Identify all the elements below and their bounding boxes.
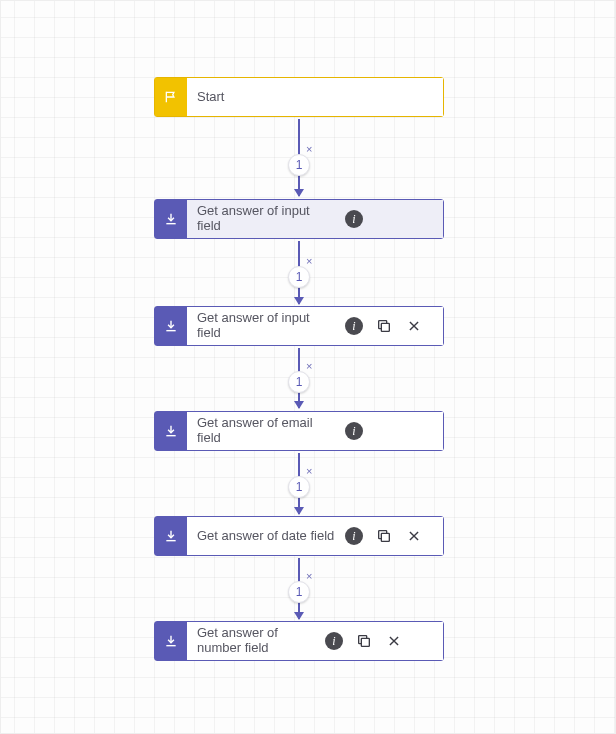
info-icon[interactable]: i (325, 632, 343, 650)
delete-button[interactable] (405, 317, 423, 335)
connector-close-icon[interactable]: × (306, 571, 312, 582)
node-label: Get answer of date field (197, 529, 337, 544)
node-get-answer-email[interactable]: Get answer of email field i (154, 411, 444, 451)
node-label: Get answer of email field (197, 416, 337, 446)
node-get-answer-number[interactable]: Get answer of number field i (154, 621, 444, 661)
delete-button[interactable] (385, 632, 403, 650)
connector-close-icon[interactable]: × (306, 256, 312, 267)
connector-badge[interactable]: 1 (288, 266, 310, 288)
connector[interactable]: 1 × (298, 119, 300, 196)
svg-rect-2 (361, 638, 369, 646)
flag-icon (155, 78, 187, 116)
download-icon (155, 517, 187, 555)
delete-button[interactable] (405, 527, 423, 545)
svg-rect-0 (381, 323, 389, 331)
connector[interactable]: 1 × (298, 453, 300, 514)
svg-rect-1 (381, 533, 389, 541)
connector-close-icon[interactable]: × (306, 361, 312, 372)
node-start[interactable]: Start (154, 77, 444, 117)
node-label: Start (197, 90, 433, 105)
duplicate-button[interactable] (375, 317, 393, 335)
node-get-answer-date[interactable]: Get answer of date field i (154, 516, 444, 556)
info-icon[interactable]: i (345, 317, 363, 335)
download-icon (155, 200, 187, 238)
info-icon[interactable]: i (345, 527, 363, 545)
info-icon[interactable]: i (345, 210, 363, 228)
info-icon[interactable]: i (345, 422, 363, 440)
workflow-canvas[interactable]: Start 1 × Get answer of input field i 1 … (1, 1, 615, 733)
download-icon (155, 412, 187, 450)
connector-close-icon[interactable]: × (306, 144, 312, 155)
duplicate-button[interactable] (375, 527, 393, 545)
connector-badge[interactable]: 1 (288, 581, 310, 603)
connector-badge[interactable]: 1 (288, 476, 310, 498)
connector[interactable]: 1 × (298, 348, 300, 408)
node-label: Get answer of input field (197, 204, 337, 234)
connector[interactable]: 1 × (298, 558, 300, 619)
connector[interactable]: 1 × (298, 241, 300, 304)
node-label: Get answer of input field (197, 311, 337, 341)
connector-badge[interactable]: 1 (288, 371, 310, 393)
connector-badge[interactable]: 1 (288, 154, 310, 176)
duplicate-button[interactable] (355, 632, 373, 650)
node-get-answer-input[interactable]: Get answer of input field i (154, 199, 444, 239)
node-get-answer-input[interactable]: Get answer of input field i (154, 306, 444, 346)
connector-close-icon[interactable]: × (306, 466, 312, 477)
download-icon (155, 622, 187, 660)
download-icon (155, 307, 187, 345)
node-label: Get answer of number field (197, 626, 317, 656)
